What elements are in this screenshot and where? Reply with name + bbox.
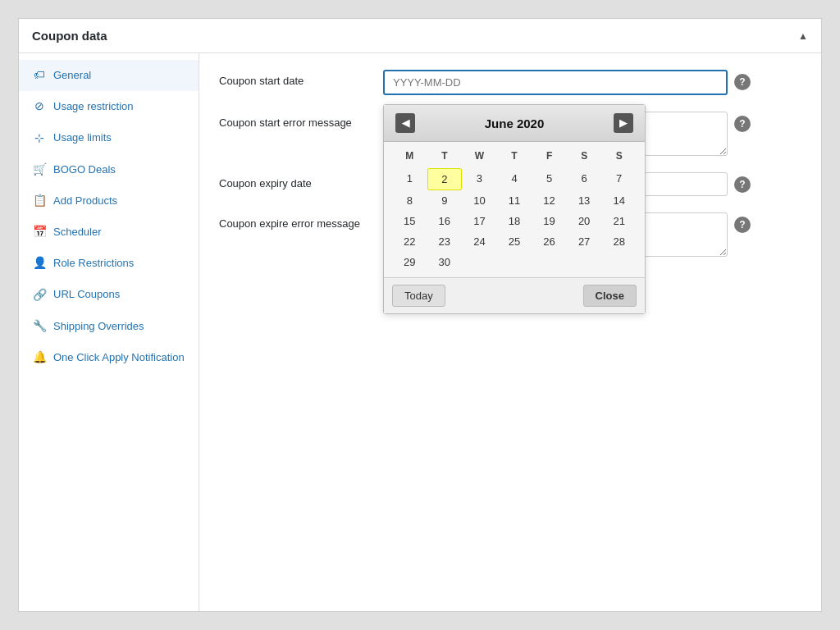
- content-area: Coupon start date ? ◀ June 2020 ▶ M: [199, 53, 821, 611]
- dow-wed: W: [462, 147, 497, 165]
- sidebar-icon-bogo-deals: 🛒: [32, 162, 47, 177]
- dow-sat: S: [567, 147, 602, 165]
- cal-week-4: 22 23 24 25 26 27 28: [392, 231, 637, 252]
- cal-day[interactable]: 4: [497, 168, 532, 190]
- cal-day[interactable]: 22: [392, 231, 427, 252]
- sidebar-item-bogo-deals[interactable]: 🛒BOGO Deals: [19, 154, 199, 185]
- sidebar-label-usage-restriction: Usage restriction: [53, 99, 134, 114]
- sidebar-icon-scheduler: 📅: [32, 225, 47, 240]
- cal-close-button[interactable]: Close: [583, 285, 637, 307]
- sidebar-icon-one-click-apply: 🔔: [32, 350, 47, 365]
- panel-header: Coupon data ▲: [19, 19, 821, 53]
- cal-day[interactable]: 7: [601, 168, 637, 190]
- cal-day[interactable]: 16: [427, 211, 463, 231]
- calendar-popup: ◀ June 2020 ▶ M T W T F S S: [383, 104, 646, 314]
- cal-day[interactable]: 30: [427, 252, 463, 272]
- sidebar-item-one-click-apply[interactable]: 🔔One Click Apply Notification: [19, 342, 199, 373]
- cal-day[interactable]: 28: [601, 231, 637, 252]
- sidebar-icon-usage-limits: ⊹: [32, 130, 47, 145]
- sidebar-label-shipping-overrides: Shipping Overrides: [53, 319, 144, 334]
- sidebar-label-scheduler: Scheduler: [53, 225, 102, 240]
- calendar-header: ◀ June 2020 ▶: [384, 105, 645, 142]
- cal-day-empty: [601, 252, 637, 272]
- cal-week-5: 29 30: [392, 252, 637, 272]
- sidebar-icon-general: 🏷: [32, 68, 47, 83]
- cal-day[interactable]: 18: [497, 211, 532, 231]
- sidebar-label-url-coupons: URL Coupons: [53, 287, 120, 302]
- expiry-date-help-icon[interactable]: ?: [734, 176, 751, 193]
- collapse-icon[interactable]: ▲: [798, 30, 808, 42]
- calendar-dow-row: M T W T F S S: [392, 147, 637, 165]
- cal-day-empty: [567, 252, 602, 272]
- cal-next-button[interactable]: ▶: [614, 113, 633, 133]
- calendar-grid: M T W T F S S 1 2 3 4: [384, 142, 645, 277]
- start-date-input[interactable]: [383, 70, 728, 95]
- cal-day[interactable]: 9: [427, 190, 463, 211]
- sidebar-item-shipping-overrides[interactable]: 🔧Shipping Overrides: [19, 311, 199, 342]
- sidebar-item-scheduler[interactable]: 📅Scheduler: [19, 217, 199, 248]
- sidebar-item-url-coupons[interactable]: 🔗URL Coupons: [19, 279, 199, 310]
- cal-prev-button[interactable]: ◀: [395, 113, 415, 133]
- start-error-help-icon[interactable]: ?: [734, 116, 751, 132]
- expire-error-label: Coupon expire error message: [219, 212, 383, 230]
- expiry-date-label: Coupon expiry date: [219, 172, 383, 189]
- sidebar: 🏷General⊘Usage restriction⊹Usage limits🛒…: [19, 53, 199, 611]
- sidebar-label-add-products: Add Products: [53, 194, 117, 208]
- cal-day[interactable]: 12: [532, 190, 567, 211]
- sidebar-item-usage-limits[interactable]: ⊹Usage limits: [19, 122, 199, 153]
- start-date-input-wrap: ?: [383, 70, 801, 95]
- cal-day-empty: [497, 252, 532, 272]
- cal-day[interactable]: 17: [462, 211, 497, 231]
- cal-day[interactable]: 20: [567, 211, 602, 231]
- cal-day[interactable]: 29: [392, 252, 427, 272]
- coupon-data-panel: Coupon data ▲ 🏷General⊘Usage restriction…: [18, 18, 822, 612]
- sidebar-item-role-restrictions[interactable]: 👤Role Restrictions: [19, 248, 199, 279]
- sidebar-item-usage-restriction[interactable]: ⊘Usage restriction: [19, 91, 199, 122]
- cal-day-empty: [532, 252, 567, 272]
- cal-day[interactable]: 14: [601, 190, 637, 211]
- cal-day[interactable]: 26: [532, 231, 567, 252]
- cal-today-button[interactable]: Today: [392, 285, 445, 307]
- dow-sun: S: [601, 147, 637, 165]
- start-error-label: Coupon start error message: [219, 112, 383, 129]
- cal-day[interactable]: 8: [392, 190, 427, 211]
- dow-tue: T: [427, 147, 463, 165]
- cal-day[interactable]: 11: [497, 190, 532, 211]
- cal-day[interactable]: 1: [392, 168, 427, 190]
- cal-day[interactable]: 23: [427, 231, 463, 252]
- cal-day[interactable]: 25: [497, 231, 532, 252]
- start-date-label: Coupon start date: [219, 70, 383, 87]
- start-date-help-icon[interactable]: ?: [734, 74, 751, 90]
- expire-error-help-icon[interactable]: ?: [734, 217, 751, 233]
- cal-day[interactable]: 19: [532, 211, 567, 231]
- sidebar-icon-shipping-overrides: 🔧: [32, 319, 47, 334]
- cal-day[interactable]: 15: [392, 211, 427, 231]
- cal-day[interactable]: 3: [462, 168, 497, 190]
- cal-day[interactable]: 27: [567, 231, 602, 252]
- sidebar-label-bogo-deals: BOGO Deals: [53, 162, 116, 177]
- cal-day[interactable]: 21: [601, 211, 637, 231]
- dow-mon: M: [392, 147, 427, 165]
- cal-day-today[interactable]: 2: [427, 168, 463, 190]
- sidebar-icon-usage-restriction: ⊘: [32, 99, 47, 114]
- cal-month-year: June 2020: [485, 116, 545, 130]
- cal-week-3: 15 16 17 18 19 20 21: [392, 211, 637, 231]
- sidebar-icon-add-products: 📋: [32, 194, 47, 208]
- sidebar-icon-url-coupons: 🔗: [32, 287, 47, 302]
- sidebar-label-role-restrictions: Role Restrictions: [53, 256, 134, 271]
- dow-thu: T: [497, 147, 532, 165]
- sidebar-icon-role-restrictions: 👤: [32, 256, 47, 271]
- panel-title: Coupon data: [32, 29, 107, 43]
- sidebar-label-general: General: [53, 68, 91, 83]
- cal-day[interactable]: 5: [532, 168, 567, 190]
- sidebar-label-one-click-apply: One Click Apply Notification: [53, 350, 185, 365]
- sidebar-item-general[interactable]: 🏷General: [19, 60, 199, 91]
- cal-week-1: 1 2 3 4 5 6 7: [392, 168, 637, 190]
- panel-body: 🏷General⊘Usage restriction⊹Usage limits🛒…: [19, 53, 821, 611]
- cal-day[interactable]: 24: [462, 231, 497, 252]
- cal-day[interactable]: 10: [462, 190, 497, 211]
- calendar-footer: Today Close: [384, 277, 645, 313]
- cal-day[interactable]: 13: [567, 190, 602, 211]
- cal-day[interactable]: 6: [567, 168, 602, 190]
- sidebar-item-add-products[interactable]: 📋Add Products: [19, 185, 199, 217]
